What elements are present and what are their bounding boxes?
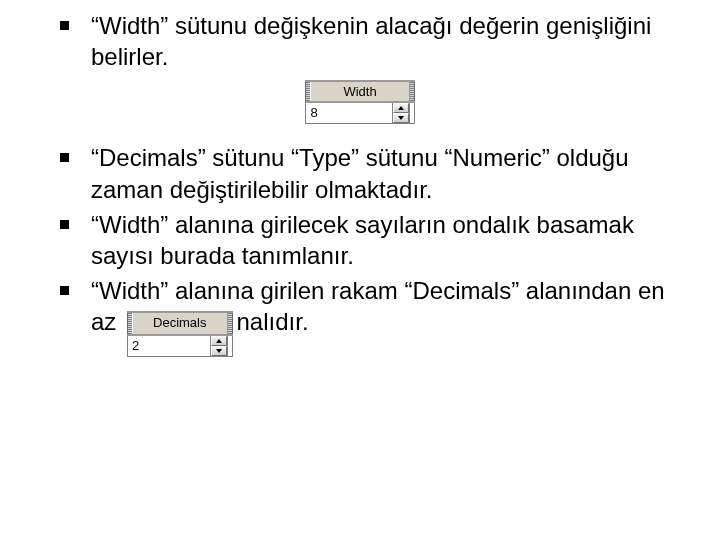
decimals-column-widget: Decimals 2 xyxy=(127,311,232,357)
resize-handle-icon[interactable] xyxy=(410,82,415,101)
spinner-down-icon[interactable] xyxy=(393,113,409,123)
square-bullet-icon xyxy=(60,153,69,162)
bullet-text-1: “Width” sütunu değişkenin alacağı değeri… xyxy=(91,10,690,72)
bullet-list: “Width” sütunu değişkenin alacağı değeri… xyxy=(30,10,690,358)
column-header-label: Decimals xyxy=(132,313,227,334)
list-item: “Decimals” sütunu “Type” sütunu “Numeric… xyxy=(30,142,690,204)
list-item: “Width” sütunu değişkenin alacağı değeri… xyxy=(30,10,690,72)
width-value[interactable]: 8 xyxy=(306,103,391,123)
bullet-text-3: “Width” alanına girilecek sayıların onda… xyxy=(91,209,690,271)
decimals-cell[interactable]: 2 xyxy=(127,336,232,357)
slide-content: “Width” sütunu değişkenin alacağı değeri… xyxy=(0,0,720,358)
bullet-text-4b: nalıdır. xyxy=(237,308,309,335)
width-spinner[interactable] xyxy=(392,103,409,123)
resize-handle-icon[interactable] xyxy=(228,313,233,334)
square-bullet-icon xyxy=(60,286,69,295)
spinner-up-icon[interactable] xyxy=(211,336,227,346)
column-header: Width xyxy=(305,80,414,103)
column-header-label: Width xyxy=(310,82,409,101)
bullet-text-4: “Width” alanına girilen rakam “Decimals”… xyxy=(91,275,690,357)
list-item: “Width” alanına girilen rakam “Decimals”… xyxy=(30,275,690,357)
cell-edge xyxy=(227,336,232,356)
decimals-spinner[interactable] xyxy=(210,336,227,356)
bullet-text-2: “Decimals” sütunu “Type” sütunu “Numeric… xyxy=(91,142,690,204)
spinner-down-icon[interactable] xyxy=(211,346,227,356)
figure-width: Width 8 xyxy=(30,80,690,124)
column-header: Decimals xyxy=(127,311,232,336)
square-bullet-icon xyxy=(60,21,69,30)
square-bullet-icon xyxy=(60,220,69,229)
decimals-value[interactable]: 2 xyxy=(128,336,209,356)
list-item: “Width” alanına girilecek sayıların onda… xyxy=(30,209,690,271)
width-cell[interactable]: 8 xyxy=(305,103,414,124)
cell-edge xyxy=(409,103,414,123)
width-column-widget: Width 8 xyxy=(305,80,414,124)
spinner-up-icon[interactable] xyxy=(393,103,409,113)
